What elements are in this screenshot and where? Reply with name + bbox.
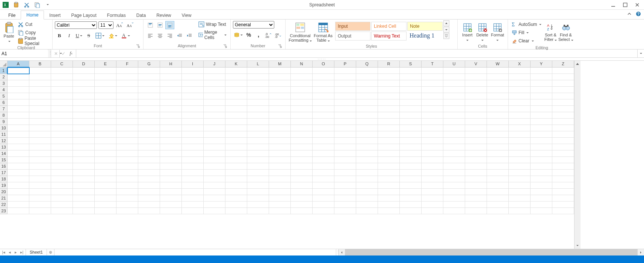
align-middle-button[interactable]	[156, 21, 165, 29]
cell[interactable]	[51, 93, 73, 99]
cell[interactable]	[378, 176, 400, 182]
cell[interactable]	[73, 208, 95, 214]
cell[interactable]	[465, 99, 487, 106]
cell[interactable]	[51, 125, 73, 131]
cell[interactable]	[73, 93, 95, 99]
cell[interactable]	[356, 119, 378, 125]
cell[interactable]	[334, 93, 356, 99]
cell[interactable]	[225, 201, 247, 208]
cell[interactable]	[204, 176, 225, 182]
cell[interactable]	[552, 150, 574, 157]
alignment-dialog-launcher[interactable]	[223, 44, 227, 48]
cell[interactable]	[334, 150, 356, 157]
cell[interactable]	[204, 150, 225, 157]
cell[interactable]	[422, 170, 443, 176]
cell[interactable]	[73, 201, 95, 208]
cell[interactable]	[509, 131, 531, 138]
cell[interactable]	[247, 125, 269, 131]
cell[interactable]	[443, 195, 465, 201]
cell[interactable]	[378, 150, 400, 157]
sheet-nav-next[interactable]: ▸	[13, 249, 19, 255]
cell[interactable]	[116, 87, 138, 93]
cell[interactable]	[8, 68, 29, 74]
cell[interactable]	[182, 176, 204, 182]
tab-scrollbar-split[interactable]	[336, 249, 339, 255]
cell[interactable]	[160, 99, 182, 106]
cell[interactable]	[356, 150, 378, 157]
align-right-button[interactable]	[165, 32, 174, 40]
cell[interactable]	[291, 208, 313, 214]
increase-font-button[interactable]: AA	[115, 21, 124, 29]
cell[interactable]	[160, 80, 182, 87]
cell[interactable]	[204, 68, 225, 74]
formula-enter-button[interactable]: ✓	[60, 50, 67, 57]
cell[interactable]	[8, 112, 29, 119]
number-dialog-launcher[interactable]	[278, 44, 282, 48]
cell[interactable]	[465, 150, 487, 157]
cell[interactable]	[465, 157, 487, 163]
paste-button[interactable]: Paste	[2, 20, 15, 44]
cell[interactable]	[138, 195, 160, 201]
cell[interactable]	[29, 144, 51, 150]
font-dialog-launcher[interactable]	[136, 44, 140, 48]
cell[interactable]	[487, 182, 509, 189]
cell[interactable]	[269, 68, 291, 74]
column-header[interactable]: A	[8, 61, 29, 68]
cell[interactable]	[400, 112, 422, 119]
cell[interactable]	[531, 182, 552, 189]
cell[interactable]	[400, 201, 422, 208]
row-header[interactable]: 21	[0, 195, 8, 201]
row-header[interactable]: 7	[0, 106, 8, 112]
align-top-button[interactable]	[146, 21, 155, 29]
cell[interactable]	[138, 163, 160, 170]
cell[interactable]	[356, 163, 378, 170]
cell[interactable]	[160, 131, 182, 138]
cell[interactable]	[400, 182, 422, 189]
cell[interactable]	[95, 138, 116, 144]
cell[interactable]	[465, 176, 487, 182]
format-cells-button[interactable]: Format	[490, 20, 505, 44]
cell[interactable]	[138, 150, 160, 157]
cell[interactable]	[291, 201, 313, 208]
cell[interactable]	[182, 138, 204, 144]
cell[interactable]	[334, 87, 356, 93]
cell[interactable]	[531, 68, 552, 74]
cell[interactable]	[422, 87, 443, 93]
cell[interactable]	[225, 112, 247, 119]
column-header[interactable]: U	[443, 61, 465, 68]
cell[interactable]	[531, 201, 552, 208]
cell[interactable]	[182, 195, 204, 201]
cell[interactable]	[269, 138, 291, 144]
cell[interactable]	[116, 195, 138, 201]
cell[interactable]	[552, 176, 574, 182]
cell[interactable]	[51, 138, 73, 144]
cell[interactable]	[334, 189, 356, 195]
cell[interactable]	[356, 208, 378, 214]
cell[interactable]	[138, 119, 160, 125]
cell[interactable]	[269, 150, 291, 157]
cell[interactable]	[73, 157, 95, 163]
row-header[interactable]: 16	[0, 163, 8, 170]
cell[interactable]	[465, 74, 487, 80]
cell[interactable]	[247, 131, 269, 138]
cell[interactable]	[182, 119, 204, 125]
cell[interactable]	[160, 112, 182, 119]
conditional-formatting-button[interactable]: Conditional Formatting	[288, 20, 313, 44]
font-name-select[interactable]: Calibri	[55, 21, 97, 29]
cell[interactable]	[552, 80, 574, 87]
cell[interactable]	[269, 201, 291, 208]
column-header[interactable]: Q	[356, 61, 378, 68]
cell[interactable]	[247, 68, 269, 74]
cell[interactable]	[247, 176, 269, 182]
accounting-format-button[interactable]	[233, 31, 243, 39]
close-button[interactable]	[632, 1, 642, 9]
cell[interactable]	[334, 80, 356, 87]
cell[interactable]	[29, 170, 51, 176]
cell[interactable]	[356, 93, 378, 99]
cell[interactable]	[160, 163, 182, 170]
cell[interactable]	[334, 74, 356, 80]
cell[interactable]	[465, 106, 487, 112]
cell[interactable]	[443, 182, 465, 189]
cell[interactable]	[51, 201, 73, 208]
cell[interactable]	[334, 99, 356, 106]
